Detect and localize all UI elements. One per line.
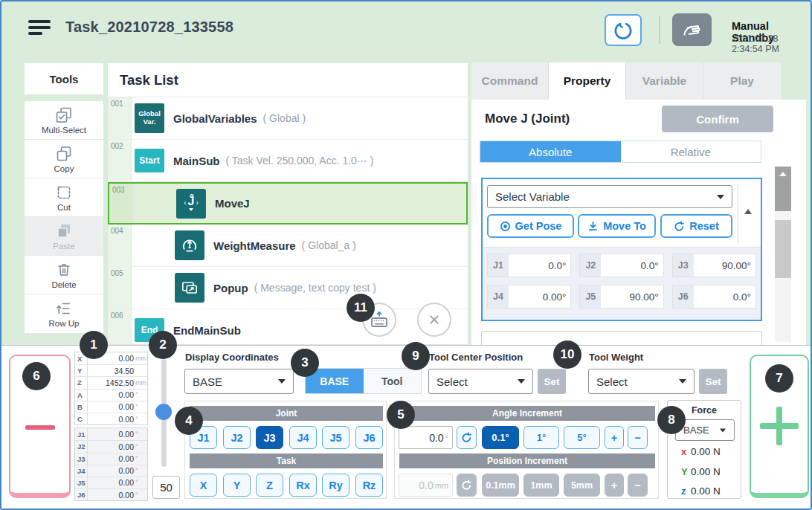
task-section-header: Task [190, 453, 383, 468]
jog-j4-button[interactable]: J4 [289, 426, 317, 449]
force-y-value: Y0.00 N [681, 466, 721, 477]
jog-j2-button[interactable]: J2 [223, 426, 251, 449]
angle-reset-button[interactable] [457, 426, 477, 449]
topbar-divider [659, 16, 660, 44]
scroll-up-button[interactable] [775, 167, 791, 211]
tool-weight-dropdown[interactable]: Select [588, 369, 695, 394]
paste-icon [55, 222, 73, 240]
property-scrollbar[interactable] [775, 167, 791, 342]
frame-tool-option[interactable]: Tool [364, 369, 422, 393]
angle-increment-input[interactable]: 0.0 ° [399, 426, 453, 449]
position-preset-5mm: 5mm [564, 474, 600, 497]
angle-plus-button[interactable]: + [605, 426, 624, 449]
task-row-popup[interactable]: 005 Popup ( Message, text copy test ) [108, 267, 468, 309]
force-x-value: x0.00 N [681, 446, 721, 457]
jog-rx-button[interactable]: Rx [289, 474, 317, 497]
command-title: Move J (Joint) [485, 112, 570, 126]
robot-pose-table: X0.00mm Y34.50 Z1452.50mm A0.00° B0.00° … [74, 352, 148, 501]
joint-field-j3[interactable]: J3 90.00° [672, 254, 756, 277]
angle-preset-0.1[interactable]: 0.1° [482, 426, 519, 449]
task-row-weight-measure[interactable]: 004 WeightMeasure ( Global_a ) [108, 225, 468, 267]
row-number: 004 [108, 225, 132, 266]
absolute-option[interactable]: Absolute [480, 141, 621, 162]
joint-field-j2[interactable]: J2 0.0° [579, 254, 663, 277]
joint-field-j4[interactable]: J4 0.00° [487, 285, 571, 309]
chevron-down-icon [679, 379, 686, 384]
pose-row: C0.00° [75, 413, 147, 425]
position-preset-1mm: 1mm [523, 474, 559, 497]
tool-weight-label: Tool Weight [589, 352, 643, 363]
tab-command[interactable]: Command [471, 62, 549, 100]
jog-x-button[interactable]: X [190, 474, 217, 497]
task-list-panel: Task List 001 Global Var. GlobalVariable… [107, 62, 468, 345]
row-number: 006 [108, 309, 132, 345]
jog-z-button[interactable]: Z [256, 474, 283, 497]
task-row-movej[interactable]: 003 MoveJ [108, 182, 468, 225]
scrollbar-thumb[interactable] [775, 220, 791, 278]
get-pose-button[interactable]: Get Pose [487, 214, 574, 238]
axis-jog-box: Joint J1 J2 J3 J4 J5 J6 Task X Y Z Rx Ry… [184, 401, 387, 499]
reset-button[interactable]: Reset [660, 214, 732, 238]
chevron-down-icon [518, 379, 525, 384]
trash-icon [55, 261, 73, 279]
angle-preset-1[interactable]: 1° [523, 426, 559, 449]
tool-delete-button[interactable]: Delete [25, 256, 103, 294]
row-number: 002 [108, 140, 132, 181]
tool-weight-set-button[interactable]: Set [699, 369, 727, 394]
jog-j3-button[interactable]: J3 [256, 426, 283, 449]
speed-slider-knob[interactable] [155, 404, 172, 420]
position-reset-button [457, 474, 477, 497]
tab-property[interactable]: Property [549, 62, 626, 100]
movej-pose-box: Select Variable Get Pose Move To [481, 178, 762, 321]
close-jog-button[interactable] [417, 303, 451, 337]
base-tool-toggle: BASE Tool [305, 368, 422, 394]
task-row-mainsub[interactable]: 002 Start MainSub ( Task Vel. 250.000, A… [108, 140, 468, 182]
tab-play[interactable]: Play [703, 62, 781, 100]
pose-row: J50.00° [75, 477, 147, 488]
jog-j6-button[interactable]: J6 [355, 426, 383, 449]
tools-sidebar: Tools Multi-Select Copy [24, 62, 104, 342]
servo-icon [613, 20, 634, 41]
pose-row: J30.00° [75, 453, 147, 465]
tab-variable[interactable]: Variable [626, 62, 703, 100]
tools-panel-title: Tools [24, 62, 104, 95]
tool-copy-button[interactable]: Copy [25, 140, 103, 178]
tool-multi-select-button[interactable]: Multi-Select [25, 101, 103, 140]
jog-y-button[interactable]: Y [223, 474, 251, 497]
task-row-global-variables[interactable]: 001 Global Var. GlobalVariables ( Global… [108, 97, 468, 140]
next-property-section [481, 331, 762, 345]
jog-rz-button[interactable]: Rz [355, 474, 383, 497]
tool-paste-button[interactable]: Paste [25, 217, 103, 256]
joint-field-j1[interactable]: J1 0.0° [487, 254, 571, 277]
chevron-down-icon [720, 428, 726, 432]
tool-cut-button[interactable]: Cut [25, 178, 103, 217]
hamburger-menu-icon[interactable] [28, 20, 51, 38]
tcp-set-button[interactable]: Set [538, 369, 566, 394]
joint-field-j5[interactable]: J5 90.00° [579, 285, 663, 309]
speed-value-box[interactable]: 50 [152, 476, 180, 499]
jog-j5-button[interactable]: J5 [322, 426, 349, 449]
angle-minus-button[interactable]: − [628, 426, 648, 449]
servo-button[interactable] [605, 14, 642, 46]
tcp-dropdown[interactable]: Select [428, 369, 533, 394]
confirm-button[interactable]: Confirm [662, 106, 773, 132]
relative-option[interactable]: Relative [621, 141, 761, 162]
global-var-badge: Global Var. [135, 103, 164, 133]
position-minus-button: − [628, 474, 648, 497]
variable-select-dropdown[interactable]: Select Variable [487, 185, 732, 208]
pose-row: B0.00° [75, 401, 147, 413]
tool-row-up-button[interactable]: Row Up [25, 294, 103, 333]
absolute-relative-toggle: Absolute Relative [480, 141, 761, 163]
joint-pose-group: J10.00° J20.00° J30.00° J40.00° J50.00° … [74, 427, 148, 501]
manual-mode-button[interactable] [672, 13, 712, 46]
collapse-icon[interactable] [744, 209, 752, 214]
jog-ry-button[interactable]: Ry [322, 474, 349, 497]
joint-field-j6[interactable]: J6 0.0° [672, 285, 756, 309]
display-coordinates-dropdown[interactable]: BASE [184, 369, 294, 394]
force-z-value: z0.00 N [681, 485, 721, 497]
plus-icon [776, 407, 782, 445]
angle-preset-5[interactable]: 5° [564, 426, 600, 449]
minus-icon [25, 425, 55, 430]
move-to-button[interactable]: Move To [578, 214, 656, 238]
pose-row: J20.00° [75, 440, 147, 452]
